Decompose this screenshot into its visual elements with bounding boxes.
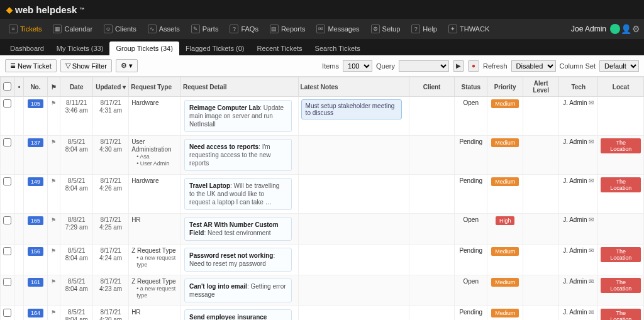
nav-clients[interactable]: ☺Clients: [99, 22, 142, 36]
col-detail[interactable]: Request Detail: [181, 77, 299, 97]
select-all-checkbox[interactable]: [3, 82, 11, 91]
table-row[interactable]: 149 ⚑ 8/5/218:04 am 8/17/214:26 am Hardw…: [1, 175, 644, 214]
nav-tickets[interactable]: ≡Tickets: [4, 22, 47, 36]
tab-group-tickets[interactable]: Group Tickets (34): [109, 41, 179, 55]
tab-flagged-tickets[interactable]: Flagged Tickets (0): [179, 41, 251, 55]
updated-date: 8/17/214:31 am: [93, 97, 129, 136]
tech-mail-icon[interactable]: ✉: [589, 309, 594, 316]
gear-menu-button[interactable]: ⚙▾: [116, 59, 138, 72]
settings-icon[interactable]: ⚙: [631, 25, 640, 33]
request-detail[interactable]: Send employee insurance forms: New Emplo…: [184, 309, 291, 320]
request-detail[interactable]: Reimage Computer Lab: Update main image …: [184, 100, 291, 132]
profile-icon[interactable]: 👤: [621, 25, 630, 33]
flag-icon[interactable]: ⚑: [51, 309, 56, 316]
col-type[interactable]: Request Type: [129, 77, 181, 97]
col-loc[interactable]: Locat: [598, 77, 644, 97]
ticket-number[interactable]: 164: [28, 309, 43, 317]
query-select[interactable]: [399, 60, 449, 72]
row-checkbox[interactable]: [3, 278, 11, 286]
ticket-number[interactable]: 149: [28, 177, 43, 186]
new-ticket-button[interactable]: ≣New Ticket: [5, 59, 57, 72]
flag-icon[interactable]: ⚑: [51, 139, 56, 145]
items-per-page-select[interactable]: 100: [343, 60, 372, 72]
col-date[interactable]: Date: [60, 77, 93, 97]
col-no[interactable]: No.: [24, 77, 47, 97]
priority-badge: Medium: [491, 99, 519, 108]
nav-help[interactable]: ?Help: [406, 22, 442, 36]
nav-setup[interactable]: ⚙Setup: [366, 22, 406, 36]
request-detail[interactable]: Test AR With Number Custom Field: Need t…: [184, 217, 291, 241]
alert-cell: [523, 306, 559, 321]
location-badge: The Location: [601, 247, 641, 262]
nav-thwack[interactable]: ✦THWACK: [443, 22, 494, 36]
request-type: Hardware: [129, 175, 181, 214]
request-detail[interactable]: Need access to reports: I'm requesting a…: [184, 139, 291, 171]
latest-notes: Must setup stakeholder meeting to discus…: [301, 99, 402, 119]
ticket-number[interactable]: 137: [28, 138, 43, 147]
request-detail[interactable]: Can't log into email: Getting error mess…: [184, 279, 291, 302]
tech-mail-icon[interactable]: ✉: [589, 138, 594, 145]
brand-tm: ™: [79, 7, 84, 13]
nav-faqs[interactable]: ?FAQs: [225, 22, 264, 36]
row-checkbox[interactable]: [3, 99, 11, 108]
col-client[interactable]: Client: [409, 77, 455, 97]
priority-badge: Medium: [491, 309, 519, 317]
status-cell: Pending: [455, 245, 487, 275]
row-checkbox[interactable]: [3, 216, 11, 224]
col-tech[interactable]: Tech: [559, 77, 598, 97]
tab-my-tickets[interactable]: My Tickets (33): [50, 41, 110, 55]
nav-assets[interactable]: ∿Assets: [143, 22, 185, 36]
tech-mail-icon[interactable]: ✉: [589, 99, 594, 106]
request-detail[interactable]: Travel Laptop: Will be travelling to the…: [184, 178, 291, 210]
messages-icon: ✉: [316, 25, 325, 33]
col-notes[interactable]: Latest Notes: [298, 77, 409, 97]
col-updated[interactable]: Updated ▾: [93, 77, 129, 97]
col-priority[interactable]: Priority: [487, 77, 523, 97]
nav-parts[interactable]: ✎Parts: [186, 22, 224, 36]
table-row[interactable]: 164 ⚑ 8/5/218:04 am 8/17/214:20 am HR Se…: [1, 306, 644, 321]
ticket-number[interactable]: 156: [28, 247, 43, 256]
run-query-button[interactable]: ▶: [453, 60, 464, 72]
flag-icon[interactable]: ⚑: [51, 178, 56, 184]
ticket-number[interactable]: 161: [28, 278, 43, 287]
flag-icon[interactable]: ⚑: [51, 217, 56, 223]
ticket-number[interactable]: 105: [28, 99, 43, 108]
presence-icon[interactable]: [610, 24, 620, 34]
flag-icon[interactable]: ⚑: [51, 100, 56, 106]
nav-reports[interactable]: ▤Reports: [265, 22, 311, 36]
logo: ◆ web helpdesk ™: [6, 4, 84, 15]
row-checkbox[interactable]: [3, 309, 11, 317]
tab-dashboard[interactable]: Dashboard: [4, 41, 50, 55]
nav-messages[interactable]: ✉Messages: [311, 22, 364, 36]
row-checkbox[interactable]: [3, 247, 11, 255]
client-cell: [409, 275, 455, 306]
table-row[interactable]: 156 ⚑ 8/5/218:04 am 8/17/214:24 am Z Req…: [1, 245, 644, 275]
columnset-select[interactable]: Default: [599, 60, 639, 72]
row-checkbox[interactable]: [3, 138, 11, 146]
col-status[interactable]: Status: [455, 77, 487, 97]
col-alert[interactable]: Alert Level: [523, 77, 559, 97]
request-detail[interactable]: Password reset not working: Need to rese…: [184, 248, 291, 272]
flag-icon[interactable]: ⚑: [51, 279, 56, 285]
nav-calendar[interactable]: ▦Calendar: [48, 22, 97, 36]
refresh-select[interactable]: Disabled: [511, 60, 556, 72]
tech-mail-icon[interactable]: ✉: [589, 177, 594, 184]
col-flag[interactable]: ⚑: [47, 77, 60, 97]
tech-mail-icon[interactable]: ✉: [589, 247, 594, 254]
table-row[interactable]: 105 ⚑ 8/11/213:46 am 8/17/214:31 am Hard…: [1, 97, 644, 136]
flag-icon[interactable]: ⚑: [51, 248, 56, 254]
row-checkbox[interactable]: [3, 177, 11, 185]
ticket-number[interactable]: 165: [28, 216, 43, 225]
table-row[interactable]: 165 ⚑ 8/8/217:29 am 8/17/214:25 am HR Te…: [1, 214, 644, 245]
chevron-down-icon: ▾: [129, 62, 133, 70]
tab-recent-tickets[interactable]: Recent Tickets: [250, 41, 308, 55]
tech-cell: J. Admin ✉: [559, 306, 598, 321]
table-row[interactable]: 161 ⚑ 8/5/218:04 am 8/17/214:23 am Z Req…: [1, 275, 644, 306]
tab-search-tickets[interactable]: Search Tickets: [309, 41, 367, 55]
table-row[interactable]: 137 ⚑ 8/5/218:04 am 8/17/214:30 am User …: [1, 136, 644, 175]
parts-icon: ✎: [191, 25, 200, 33]
show-filter-button[interactable]: ▽Show Filter: [60, 59, 112, 72]
tech-mail-icon[interactable]: ✉: [589, 278, 594, 285]
tech-mail-icon[interactable]: ✉: [589, 216, 594, 223]
stop-query-button[interactable]: ●: [468, 60, 479, 72]
